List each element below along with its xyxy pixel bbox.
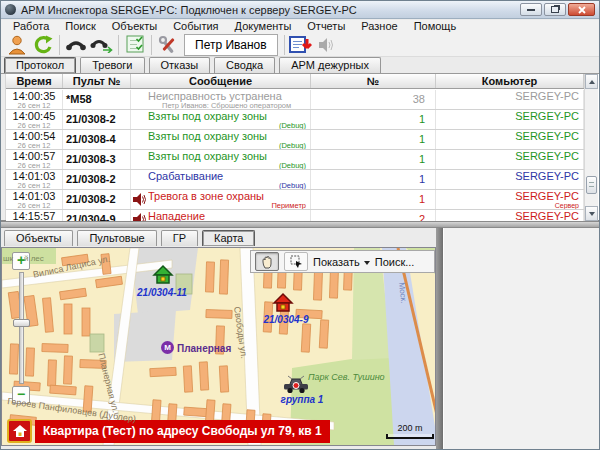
cell-number: 1: [311, 170, 436, 189]
top-tab-bar: ПротоколТревогиОтказыСводкаАРМ дежурных: [4, 57, 599, 73]
metro-icon[interactable]: М: [161, 341, 174, 354]
table-row[interactable]: 14:00:5726 сен 1221/0308-3Взяты под охра…: [6, 150, 584, 170]
detail-panel: [443, 228, 599, 449]
pan-tool-button[interactable]: [255, 252, 279, 271]
minimize-button[interactable]: [520, 3, 542, 16]
column-header-number[interactable]: №: [311, 74, 436, 88]
call-transfer-button[interactable]: [89, 33, 115, 57]
tab-Карта[interactable]: Карта: [202, 230, 255, 246]
zoom-slider-handle[interactable]: [13, 319, 30, 327]
alarm-speaker-icon: [133, 213, 146, 221]
title-bar[interactable]: АРМ Инспектора SERGEY-PC: Подключен к се…: [1, 1, 599, 19]
table-row[interactable]: 14:00:5426 сен 1221/0308-4Взяты под охра…: [6, 130, 584, 150]
table-row[interactable]: 14:01:0326 сен 1221/0308-2Тревога в зоне…: [6, 190, 584, 210]
select-tool-button[interactable]: [284, 252, 308, 271]
cell-panel-number: 21/0308-2: [63, 190, 131, 209]
arrow-up-icon: [589, 80, 595, 84]
map-marker-label: группа 1: [274, 394, 330, 405]
toolbar-separator: [59, 35, 60, 55]
cell-message: Нападение: [131, 210, 311, 221]
bottom-tab-bar: ОбъектыПультовыеГРКарта: [4, 229, 434, 246]
cell-computer: SERGEY-PC: [436, 170, 584, 189]
menu-item-8[interactable]: Помощь: [406, 20, 465, 33]
toolbar: Петр Иванов: [1, 33, 599, 57]
cell-message: Взяты под охрану зоны(Debug): [131, 130, 311, 149]
scroll-down-button[interactable]: [585, 206, 598, 221]
cell-message: Взяты под охрану зоны(Debug): [131, 150, 311, 169]
map-show-dropdown[interactable]: Показать: [313, 256, 370, 268]
cell-panel-number: 21/0308-2: [63, 110, 131, 129]
restore-button[interactable]: [544, 3, 566, 16]
menu-item-7[interactable]: Разное: [353, 20, 405, 33]
call-answer-icon: [65, 36, 87, 53]
menu-item-6[interactable]: Отчеты: [299, 20, 353, 33]
menu-item-1[interactable]: Работа: [5, 20, 57, 33]
app-icon: [5, 4, 16, 15]
restore-icon: [551, 6, 559, 13]
refresh-icon: [33, 35, 53, 55]
export-report-icon: [289, 35, 312, 55]
column-header-message[interactable]: Сообщение: [131, 74, 311, 88]
user-button[interactable]: [4, 33, 30, 57]
tab-АРМ дежурных[interactable]: АРМ дежурных: [279, 57, 381, 73]
tab-Сводка[interactable]: Сводка: [214, 57, 275, 73]
tab-Пультовые[interactable]: Пультовые: [77, 230, 156, 246]
zoom-slider-track[interactable]: [19, 272, 24, 384]
menu-item-5[interactable]: Документы: [227, 20, 300, 33]
close-icon: [578, 6, 586, 14]
table-row[interactable]: 14:00:3526 сен 12*М58Неисправность устра…: [6, 90, 584, 110]
map-marker-label: 21/0304-11: [130, 287, 194, 298]
scrollbar-thumb[interactable]: [586, 176, 597, 194]
export-report-button[interactable]: [288, 33, 314, 57]
alarm-banner[interactable]: Квартира (Тест) по адресу Свободы ул 79,…: [7, 419, 330, 443]
tab-Протокол[interactable]: Протокол: [4, 57, 76, 73]
hand-icon: [261, 255, 274, 269]
call-answer-button[interactable]: [63, 33, 89, 57]
zoom-out-button[interactable]: −: [12, 386, 30, 404]
cell-number: 2: [311, 210, 436, 221]
cell-time: 14:00:5726 сен 12: [6, 150, 63, 169]
menu-item-2[interactable]: Поиск: [57, 20, 103, 33]
table-scrollbar[interactable]: [584, 74, 598, 221]
alarm-house-icon: [272, 292, 294, 314]
toolbar-separator: [284, 35, 285, 55]
tools-icon: [158, 35, 179, 55]
table-row[interactable]: 14:15:5726 сен 1221/0304-9Нападение2SERG…: [6, 210, 584, 221]
arrow-down-icon: [589, 212, 595, 216]
close-button[interactable]: [568, 3, 595, 16]
checklist-button[interactable]: [122, 33, 148, 57]
horizontal-splitter[interactable]: [1, 221, 599, 228]
table-row[interactable]: 14:01:0326 сен 1221/0308-2Срабатывание(D…: [6, 170, 584, 190]
cell-computer: SERGEY-PC: [436, 150, 584, 169]
cell-time: 14:00:4526 сен 12: [6, 110, 63, 129]
cell-message: Тревога в зоне охраныПериметр: [131, 190, 311, 209]
tab-Отказы[interactable]: Отказы: [149, 57, 211, 73]
menu-bar: РаботаПоискОбъектыСобытияДокументыОтчеты…: [1, 20, 599, 33]
menu-item-4[interactable]: События: [165, 20, 226, 33]
minimize-icon: [527, 9, 535, 11]
zoom-in-button[interactable]: +: [12, 252, 30, 270]
column-header-panel[interactable]: Пульт №: [63, 74, 131, 88]
cell-number: 1: [311, 150, 436, 169]
cell-computer: SERGEY-PC: [436, 110, 584, 129]
column-header-computer[interactable]: Комьютер: [436, 74, 584, 88]
tab-ГР[interactable]: ГР: [161, 230, 198, 246]
vertical-splitter[interactable]: [436, 228, 443, 449]
metro-station-label: Планерная: [177, 343, 231, 354]
chevron-down-icon: [364, 261, 370, 265]
menu-item-3[interactable]: Объекты: [104, 20, 165, 33]
sound-button[interactable]: [314, 33, 340, 57]
table-row[interactable]: 14:00:4526 сен 1221/0308-2Взяты под охра…: [6, 110, 584, 130]
operator-name-display[interactable]: Петр Иванов: [184, 34, 278, 56]
settings-button[interactable]: [155, 33, 181, 57]
column-header-time[interactable]: Время: [6, 74, 63, 88]
refresh-button[interactable]: [30, 33, 56, 57]
map-scale: 200 m: [386, 423, 434, 439]
tab-Объекты[interactable]: Объекты: [4, 230, 73, 246]
scroll-up-button[interactable]: [585, 74, 598, 89]
toolbar-separator: [151, 35, 152, 55]
tab-Тревоги[interactable]: Тревоги: [80, 57, 144, 73]
cell-number: 38: [311, 90, 436, 109]
map-search-button[interactable]: Поиск...: [375, 256, 415, 268]
map-canvas[interactable]: 21/0304-11 21/0304-9 М Планерная группа …: [1, 247, 436, 446]
